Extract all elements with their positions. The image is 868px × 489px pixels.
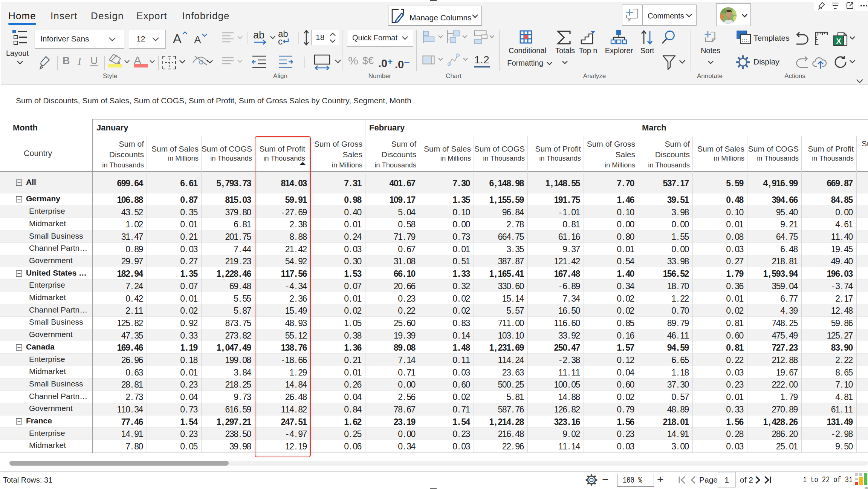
svg-text:X: X xyxy=(836,37,842,45)
svg-text:c: c xyxy=(278,36,283,46)
svg-text:ab: ab xyxy=(253,30,264,41)
